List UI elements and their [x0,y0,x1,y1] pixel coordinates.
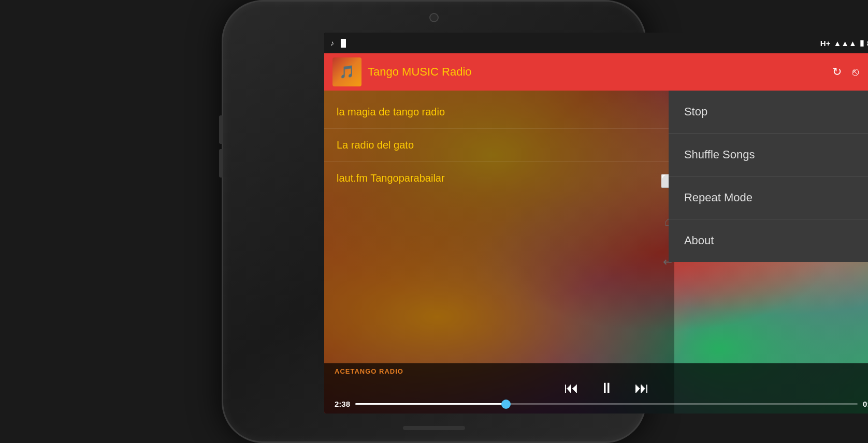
menu-item-shuffle[interactable]: Shuffle Songs [669,134,868,176]
signal-bars-icon: ▐▌ [338,39,349,47]
refresh-button[interactable]: ↻ [832,65,842,79]
phone-screen: ♪ ▐▌ H+ ▲▲▲ ▮ 8:31 🎵 Tango MUSIC Radio ↻… [324,33,868,414]
app-icon: 🎵 [332,57,361,86]
camera-lens [429,13,439,22]
player-controls: ⏮ ⏸ ⏭ [335,379,868,396]
menu-item-stop[interactable]: Stop [669,91,868,134]
song-list: la magia de tango radio La radio del gat… [324,91,674,200]
app-title: Tango MUSIC Radio [368,65,826,79]
menu-item-repeat[interactable]: Repeat Mode [669,176,868,219]
pause-button[interactable]: ⏸ [599,379,614,396]
status-bar: ♪ ▐▌ H+ ▲▲▲ ▮ 8:31 [324,33,868,53]
now-playing-station: ACETANGO RADIO [335,367,868,375]
main-content-area: la magia de tango radio La radio del gat… [324,91,868,414]
status-left-icons: ♪ ▐▌ [330,39,349,47]
app-icon-image: 🎵 [332,57,361,86]
prev-track-button[interactable]: ⏮ [564,379,578,396]
battery-icon: ▮ [860,38,864,48]
status-right-info: H+ ▲▲▲ ▮ 8:31 [820,38,868,48]
network-type-label: H+ [820,39,831,48]
volume-down-button[interactable] [219,149,223,178]
song-item-1[interactable]: la magia de tango radio [324,96,674,129]
progress-thumb[interactable] [501,400,511,409]
menu-item-about[interactable]: About [669,219,868,262]
music-note-icon: ♪ [330,39,334,47]
now-playing-bar: ACETANGO RADIO ⏮ ⏸ ⏭ 2:38 0:00 [324,363,868,414]
time-current-label: 2:38 [335,400,350,408]
phone-device: ♪ ▐▌ H+ ▲▲▲ ▮ 8:31 🎵 Tango MUSIC Radio ↻… [222,0,646,443]
bottom-speaker [403,426,465,430]
time-total-label: 0:00 [863,400,868,408]
time-progress-row: 2:38 0:00 [335,400,868,408]
progress-track[interactable] [355,403,858,405]
app-toolbar: 🎵 Tango MUSIC Radio ↻ ⎋ ⋮ [324,53,868,91]
song-item-2[interactable]: La radio del gato [324,129,674,162]
song-item-3[interactable]: laut.fm Tangoparabailar [324,162,674,195]
next-track-button[interactable]: ⏭ [634,379,649,396]
share-button[interactable]: ⎋ [852,65,859,79]
volume-up-button[interactable] [219,115,223,144]
wifi-signal-icon: ▲▲▲ [833,39,857,48]
progress-fill [355,403,506,405]
toolbar-actions: ↻ ⎋ ⋮ [832,65,868,79]
dropdown-menu: Stop Shuffle Songs Repeat Mode About [669,91,868,262]
